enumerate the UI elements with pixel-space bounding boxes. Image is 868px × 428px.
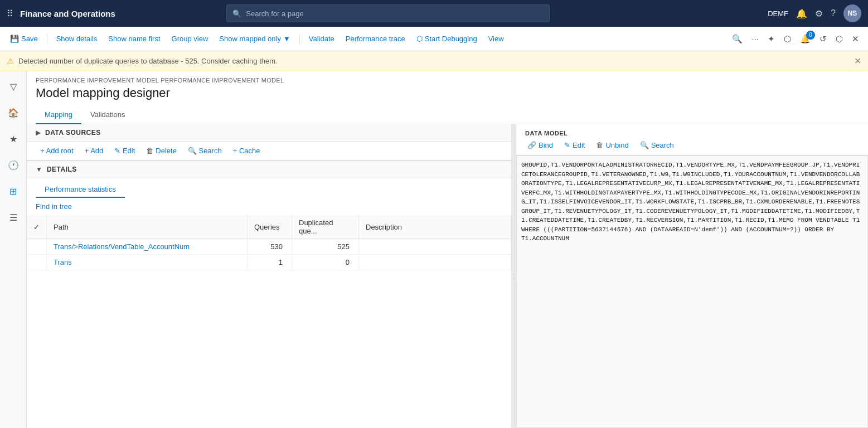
row-description bbox=[359, 255, 511, 270]
path-link[interactable]: Trans/>Relations/VendTable_AccountNum bbox=[54, 242, 190, 251]
avatar[interactable]: NS bbox=[843, 4, 861, 22]
search-toolbar-icon[interactable]: 🔍 bbox=[729, 32, 746, 46]
tab-mapping[interactable]: Mapping bbox=[36, 106, 81, 124]
left-pane: ▶ DATA SOURCES + Add root + Add ✎ Edit bbox=[27, 124, 512, 428]
main-layout: ▽ 🏠 ★ 🕐 ⊞ ☰ PERFORMANCE IMPROVEMENT MODE… bbox=[0, 71, 868, 428]
breadcrumb: PERFORMANCE IMPROVEMENT MODEL PERFORMANC… bbox=[36, 77, 859, 84]
notification-bell-icon[interactable]: 🔔 bbox=[796, 8, 807, 19]
row-check[interactable] bbox=[27, 239, 47, 255]
table-row: Trans 1 0 bbox=[27, 255, 511, 270]
edit-model-button[interactable]: ✎ Edit bbox=[562, 140, 587, 150]
table-row: Trans/>Relations/VendTable_AccountNum 53… bbox=[27, 239, 511, 255]
help-icon[interactable]: ? bbox=[831, 8, 836, 18]
row-path: Trans/>Relations/VendTable_AccountNum bbox=[47, 239, 248, 255]
list-icon[interactable]: ☰ bbox=[6, 209, 21, 226]
pin-icon[interactable]: ✦ bbox=[764, 32, 778, 46]
details-chevron[interactable]: ▼ bbox=[36, 166, 42, 173]
content-area: PERFORMANCE IMPROVEMENT MODEL PERFORMANC… bbox=[27, 71, 868, 428]
edit-button[interactable]: ✎ Edit bbox=[110, 145, 139, 157]
datasources-title: DATA SOURCES bbox=[45, 129, 101, 137]
warning-bar: ⚠ Detected number of duplicate queries t… bbox=[0, 51, 868, 71]
group-view-button[interactable]: Group view bbox=[167, 32, 213, 45]
row-duplicated: 525 bbox=[292, 239, 359, 255]
add-button[interactable]: + Add bbox=[80, 145, 108, 157]
col-path[interactable]: Path bbox=[47, 215, 248, 239]
col-duplicated[interactable]: Duplicated que... bbox=[292, 215, 359, 239]
col-description[interactable]: Description bbox=[359, 215, 511, 239]
details-content: Performance statistics Find in tree ✓ Pa… bbox=[27, 178, 511, 428]
add-root-button[interactable]: + Add root bbox=[36, 145, 78, 157]
page-title: Model mapping designer bbox=[36, 86, 859, 100]
details-header: ▼ DETAILS bbox=[27, 161, 511, 178]
chevron-down-icon: ▼ bbox=[283, 35, 290, 43]
performance-trace-button[interactable]: Performance trace bbox=[341, 32, 410, 45]
unbind-button[interactable]: 🗑 Unbind bbox=[594, 140, 631, 150]
start-debugging-button[interactable]: ⬡ Start Debugging bbox=[412, 32, 482, 45]
topbar-right: DEMF 🔔 ⚙ ? NS bbox=[768, 4, 861, 22]
path-link[interactable]: Trans bbox=[54, 258, 72, 266]
grid-icon[interactable]: ⠿ bbox=[7, 8, 13, 19]
separator bbox=[47, 33, 47, 45]
clock-icon[interactable]: 🕐 bbox=[4, 157, 22, 174]
row-queries: 1 bbox=[248, 255, 292, 270]
data-model-toolbar: 🔗 Bind ✎ Edit 🗑 Unbind 🔍 bbox=[525, 140, 859, 150]
search-icon: 🔍 bbox=[232, 9, 241, 18]
performance-table: ✓ Path Queries Duplicated que... Descrip… bbox=[27, 215, 511, 270]
grid-sidebar-icon[interactable]: ⊞ bbox=[6, 183, 20, 200]
validate-button[interactable]: Validate bbox=[304, 32, 339, 45]
datasources-section: ▶ DATA SOURCES + Add root + Add ✎ Edit bbox=[27, 124, 511, 161]
refresh-icon[interactable]: ↺ bbox=[816, 32, 830, 46]
home-icon[interactable]: 🏠 bbox=[4, 104, 22, 121]
bind-button[interactable]: 🔗 Bind bbox=[525, 140, 555, 150]
sql-content-area[interactable]: GROUPID,T1.VENDORPORTALADMINISTRATORRECI… bbox=[516, 155, 868, 428]
row-duplicated: 0 bbox=[292, 255, 359, 270]
row-check[interactable] bbox=[27, 255, 47, 270]
debug-icon: ⬡ bbox=[416, 35, 423, 43]
search-model-button[interactable]: 🔍 Search bbox=[638, 140, 676, 150]
cache-button[interactable]: + Cache bbox=[229, 145, 265, 157]
settings-icon[interactable]: ⚙ bbox=[815, 8, 823, 19]
details-section: ▼ DETAILS Performance statistics Find in… bbox=[27, 161, 511, 428]
left-sidebar: ▽ 🏠 ★ 🕐 ⊞ ☰ bbox=[0, 71, 27, 428]
col-queries[interactable]: Queries bbox=[248, 215, 292, 239]
toolbar-right: 🔍 ··· ✦ ⬡ 🔔 0 ↺ ⬡ ✕ bbox=[729, 32, 862, 46]
close-icon[interactable]: ✕ bbox=[848, 32, 862, 46]
app-title: Finance and Operations bbox=[20, 9, 115, 18]
show-mapped-only-button[interactable]: Show mapped only ▼ bbox=[215, 32, 294, 45]
show-details-button[interactable]: Show details bbox=[52, 32, 102, 45]
details-title: DETAILS bbox=[47, 166, 77, 173]
warning-close-button[interactable]: ✕ bbox=[854, 56, 861, 66]
warning-message: Detected number of duplicate queries to … bbox=[18, 57, 278, 65]
save-button[interactable]: 💾 Save bbox=[6, 32, 42, 45]
page-header: PERFORMANCE IMPROVEMENT MODEL PERFORMANC… bbox=[27, 71, 868, 106]
more-options-icon[interactable]: ··· bbox=[748, 32, 762, 46]
bind-icon: 🔗 bbox=[527, 141, 536, 149]
datasources-chevron[interactable]: ▶ bbox=[36, 129, 41, 137]
extension-icon[interactable]: ⬡ bbox=[780, 32, 794, 46]
tab-validations[interactable]: Validations bbox=[81, 106, 134, 124]
row-path: Trans bbox=[47, 255, 248, 270]
unbind-icon: 🗑 bbox=[596, 141, 603, 149]
open-new-icon[interactable]: ⬡ bbox=[832, 32, 846, 46]
view-button[interactable]: View bbox=[484, 32, 508, 45]
datasources-toolbar: + Add root + Add ✎ Edit 🗑 Delete bbox=[27, 142, 511, 160]
find-in-tree-button[interactable]: Find in tree bbox=[27, 198, 511, 215]
right-pane: DATA MODEL 🔗 Bind ✎ Edit 🗑 Unbind bbox=[516, 124, 868, 428]
star-icon[interactable]: ★ bbox=[6, 130, 21, 148]
row-queries: 530 bbox=[248, 239, 292, 255]
performance-statistics-tab[interactable]: Performance statistics bbox=[36, 178, 125, 198]
data-model-label: DATA MODEL bbox=[525, 130, 859, 137]
delete-button[interactable]: 🗑 Delete bbox=[142, 145, 181, 157]
filter-icon[interactable]: ▽ bbox=[7, 78, 20, 95]
global-search[interactable]: 🔍 Search for a page bbox=[226, 4, 550, 22]
environment-code: DEMF bbox=[768, 9, 788, 18]
col-check: ✓ bbox=[27, 215, 47, 239]
search-placeholder: Search for a page bbox=[246, 9, 303, 18]
search-icon: 🔍 bbox=[640, 141, 649, 149]
row-description bbox=[359, 239, 511, 255]
data-model-header: DATA MODEL 🔗 Bind ✎ Edit 🗑 Unbind bbox=[516, 124, 868, 155]
split-pane: ▶ DATA SOURCES + Add root + Add ✎ Edit bbox=[27, 124, 868, 428]
show-name-first-button[interactable]: Show name first bbox=[104, 32, 164, 45]
search-datasources-button[interactable]: 🔍 Search bbox=[183, 145, 226, 157]
pane-divider[interactable]: ⋮ bbox=[512, 124, 516, 428]
